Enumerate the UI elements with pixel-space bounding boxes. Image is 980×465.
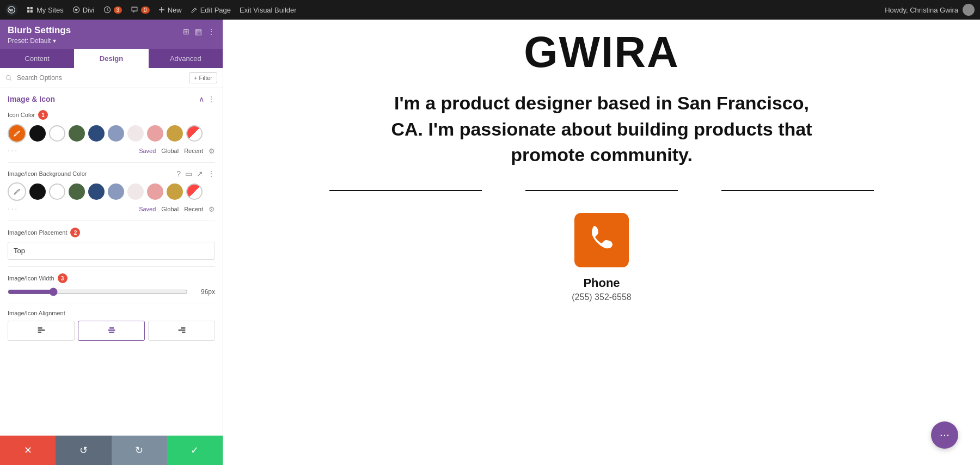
blurb-section: Phone (255) 352-6558 [256,213,947,302]
color-gold[interactable] [167,125,183,142]
bg-color-light-pink[interactable] [127,183,144,200]
my-sites-menu[interactable]: My Sites [26,6,64,14]
alignment-label: Image/Icon Alignment [8,310,215,316]
panel-layout-icon[interactable]: ▦ [195,27,202,36]
color-white[interactable] [49,125,65,142]
more-colors-dots[interactable]: ··· [8,146,18,156]
bg-color-footer: ··· Saved Global Recent ⚙ [8,204,215,214]
svg-rect-10 [109,327,114,328]
new-menu[interactable]: New [158,6,182,14]
user-greeting: Howdy, Christina Gwira [885,6,958,14]
cursor-icon[interactable]: ↗ [197,169,203,178]
align-center-button[interactable] [78,321,145,341]
cancel-button[interactable]: ✕ [0,436,56,465]
icon-color-footer: ··· Saved Global Recent ⚙ [8,146,215,156]
color-light-pink[interactable] [127,125,144,142]
filter-button[interactable]: + Filter [189,72,217,83]
tab-design[interactable]: Design [74,49,148,68]
align-right-button[interactable] [148,321,215,341]
step-1-badge: 1 [38,110,48,120]
bg-color-dark-blue[interactable] [88,183,105,200]
blurb-title: Phone [583,276,620,290]
panel-tabs: Content Design Advanced [0,49,223,68]
svg-rect-12 [109,332,114,333]
color-dark-green[interactable] [69,125,85,142]
svg-rect-15 [182,332,185,333]
undo-button[interactable]: ↺ [56,436,111,465]
step-2-badge: 2 [70,228,80,237]
bg-color-icons: ? ▭ ↗ ⋮ [176,169,215,178]
color-slate-blue[interactable] [108,125,124,142]
edit-page-btn[interactable]: Edit Page [191,6,231,14]
bg-color-none[interactable] [186,183,203,200]
color-settings-icon[interactable]: ⚙ [209,147,215,155]
section-collapse-icon[interactable]: ∧ [199,95,204,103]
bg-color-settings-icon[interactable]: ⚙ [209,205,215,213]
panel-header: Blurb Settings Preset: Default ▾ ⊞ ▦ ⋮ [0,20,223,49]
search-input[interactable] [17,74,185,82]
svg-rect-7 [38,327,42,328]
color-salmon[interactable] [147,125,163,142]
help-icon[interactable]: ? [176,169,181,178]
alignment-field: Image/Icon Alignment [8,310,215,341]
color-black[interactable] [29,125,46,142]
device-icon[interactable]: ▭ [185,169,192,178]
search-icon [5,75,13,82]
preset-chevron-icon: ▾ [53,37,56,45]
dots-icon: ··· [940,428,950,442]
redo-button[interactable]: ↻ [112,436,167,465]
svg-rect-13 [181,327,185,328]
recent-label: Recent [184,148,203,154]
icon-color-field: Icon Color 1 [8,110,215,156]
icon-color-label: Icon Color 1 [8,110,215,120]
fab-more-button[interactable]: ··· [931,421,958,449]
width-field: Image/Icon Width 3 96px [8,273,215,296]
panel-preset[interactable]: Preset: Default ▾ [8,37,71,45]
color-none[interactable] [186,125,203,142]
bg-recent-label: Recent [184,206,203,212]
save-button[interactable]: ✓ [167,436,223,465]
bg-color-dark-green[interactable] [69,183,85,200]
bg-color-black[interactable] [29,183,46,200]
section-options-icon[interactable]: ⋮ [207,95,215,103]
panel-resize-icon[interactable]: ⊞ [183,27,189,36]
section-controls: ∧ ⋮ [199,95,215,103]
divi-menu[interactable]: Divi [72,6,95,14]
svg-point-4 [6,75,10,79]
bg-color-white[interactable] [49,183,65,200]
svg-text:W: W [9,8,14,13]
tab-content[interactable]: Content [0,49,74,68]
align-left-button[interactable] [8,321,75,341]
divider-lines [256,190,947,191]
bg-color-gold[interactable] [167,183,183,200]
width-slider[interactable] [8,287,188,296]
exit-visual-builder-btn[interactable]: Exit Visual Builder [240,6,297,14]
tab-advanced[interactable]: Advanced [149,49,223,68]
edit-page-label: Edit Page [200,6,231,14]
icon-color-picker[interactable] [8,124,26,143]
bg-color-slate[interactable] [108,183,124,200]
color-dark-blue[interactable] [88,125,105,142]
updates-menu[interactable]: 3 [103,6,122,14]
user-avatar[interactable] [963,4,975,16]
field-more-icon[interactable]: ⋮ [207,169,215,178]
user-info: Howdy, Christina Gwira [885,4,975,16]
wordpress-logo-icon[interactable]: W [5,4,17,16]
page-content: GWIRA I'm a product designer based in Sa… [223,20,980,465]
panel-more-icon[interactable]: ⋮ [207,27,215,36]
bg-color-picker[interactable] [8,182,26,201]
wp-admin-bar: W My Sites Divi 3 0 New Edit Page Exit V… [0,0,980,20]
panel-body: Image & Icon ∧ ⋮ Icon Color 1 [0,88,223,436]
placement-field: Image/Icon Placement 2 Top Left Right [8,228,215,260]
updates-badge: 3 [114,7,122,14]
placement-label-row: Image/Icon Placement 2 [8,228,215,237]
step-3-badge: 3 [58,273,68,283]
bg-more-colors-dots[interactable]: ··· [8,204,18,214]
bg-color-salmon[interactable] [147,183,163,200]
comments-menu[interactable]: 0 [131,6,150,14]
panel-title: Blurb Settings [8,25,71,36]
bg-global-label: Global [161,206,179,212]
blurb-text: (255) 352-6558 [572,292,631,302]
placement-select[interactable]: Top Left Right [8,242,215,260]
panel-footer: ✕ ↺ ↻ ✓ [0,436,223,465]
